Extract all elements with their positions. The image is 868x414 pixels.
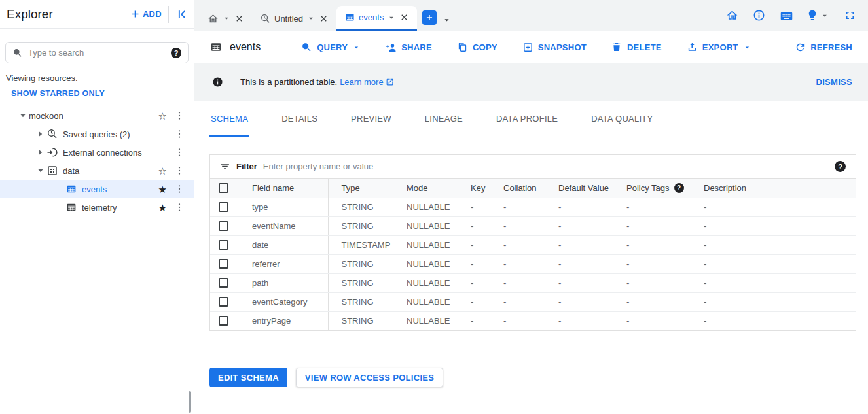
more-menu-icon[interactable] bbox=[174, 128, 185, 140]
row-checkbox[interactable] bbox=[219, 240, 228, 250]
row-checkbox[interactable] bbox=[219, 259, 228, 269]
more-menu-icon[interactable] bbox=[174, 183, 185, 195]
caret-down-icon[interactable] bbox=[222, 14, 231, 23]
new-tab-button[interactable] bbox=[422, 10, 437, 25]
cell-collation: - bbox=[503, 292, 558, 311]
caret-down-icon bbox=[743, 43, 751, 52]
column-header-description: Description bbox=[704, 179, 856, 198]
explorer-header: Explorer ADD bbox=[0, 0, 194, 29]
tab-events[interactable]: events bbox=[336, 6, 417, 31]
tree-item-saved-queries[interactable]: Saved queries (2) bbox=[0, 125, 194, 143]
add-button[interactable]: ADD bbox=[130, 9, 162, 20]
show-starred-only-link[interactable]: SHOW STARRED ONLY bbox=[11, 89, 194, 98]
cell-default-value: - bbox=[558, 235, 626, 254]
close-icon[interactable] bbox=[234, 14, 244, 24]
more-menu-icon[interactable] bbox=[174, 147, 185, 158]
tab-home[interactable] bbox=[200, 6, 252, 31]
tab-data-quality[interactable]: DATA QUALITY bbox=[590, 101, 654, 137]
schema-panel: Filter Field name Type Mode Key Collatio… bbox=[194, 137, 868, 414]
close-icon[interactable] bbox=[319, 14, 329, 24]
tab-lineage[interactable]: LINEAGE bbox=[424, 101, 464, 137]
edit-schema-button[interactable]: EDIT SCHEMA bbox=[209, 368, 287, 387]
expander-down-icon[interactable] bbox=[17, 110, 29, 122]
cell-default-value: - bbox=[558, 254, 626, 273]
cell-mode: NULLABLE bbox=[407, 311, 471, 330]
collapse-panel-icon[interactable] bbox=[175, 8, 189, 21]
row-checkbox[interactable] bbox=[219, 221, 228, 231]
resource-toolbar: events QUERY SHARE COPY SNAPSHOT bbox=[194, 31, 868, 63]
schema-table-container: Filter Field name Type Mode Key Collatio… bbox=[209, 154, 856, 331]
tab-untitled[interactable]: Untitled bbox=[252, 6, 336, 31]
cell-mode: NULLABLE bbox=[407, 198, 471, 216]
close-icon[interactable] bbox=[399, 12, 409, 22]
cell-field-name: eventCategory bbox=[236, 292, 328, 311]
cell-field-name: entryPage bbox=[236, 311, 328, 330]
expander-right-icon[interactable] bbox=[35, 147, 46, 158]
tree-item-mockoon[interactable]: mockoon ☆ bbox=[0, 107, 194, 125]
resource-tree: mockoon ☆ Saved queries (2) External con… bbox=[0, 107, 194, 216]
fullscreen-icon[interactable] bbox=[844, 9, 856, 22]
select-all-checkbox[interactable] bbox=[219, 183, 228, 193]
tab-data-profile[interactable]: DATA PROFILE bbox=[495, 101, 559, 137]
search-help-icon[interactable] bbox=[171, 48, 181, 58]
delete-button[interactable]: DELETE bbox=[611, 42, 662, 53]
header-divider bbox=[168, 6, 169, 23]
tree-item-data[interactable]: data ☆ bbox=[0, 162, 194, 180]
tab-label: Untitled bbox=[274, 14, 303, 24]
filter-input[interactable] bbox=[263, 162, 829, 171]
snapshot-button[interactable]: SNAPSHOT bbox=[522, 42, 587, 53]
caret-down-icon[interactable] bbox=[387, 13, 396, 22]
expander-down-icon[interactable] bbox=[35, 165, 46, 177]
cell-mode: NULLABLE bbox=[407, 254, 471, 273]
delete-button-label: DELETE bbox=[627, 43, 662, 52]
toolbar-actions: QUERY SHARE COPY SNAPSHOT DELETE EXP bbox=[301, 42, 751, 53]
share-button[interactable]: SHARE bbox=[386, 42, 432, 53]
keyboard-icon[interactable] bbox=[780, 9, 792, 22]
filter-help-icon[interactable] bbox=[835, 161, 846, 172]
view-row-access-policies-button[interactable]: VIEW ROW ACCESS POLICIES bbox=[296, 368, 443, 387]
star-filled-icon[interactable]: ★ bbox=[158, 203, 167, 213]
search-box[interactable] bbox=[5, 42, 189, 63]
policy-tags-help-icon[interactable] bbox=[674, 183, 684, 193]
tab-details[interactable]: DETAILS bbox=[280, 101, 319, 137]
row-checkbox[interactable] bbox=[219, 316, 228, 326]
row-checkbox[interactable] bbox=[219, 202, 228, 212]
filter-label: Filter bbox=[236, 162, 257, 171]
tab-preview[interactable]: PREVIEW bbox=[350, 101, 393, 137]
star-icon[interactable]: ☆ bbox=[158, 111, 167, 121]
home-icon[interactable] bbox=[726, 9, 738, 22]
tree-item-external-connections[interactable]: External connections bbox=[0, 143, 194, 162]
expander-right-icon[interactable] bbox=[35, 128, 46, 140]
tree-item-events[interactable]: events ★ bbox=[0, 180, 194, 198]
refresh-button[interactable]: REFRESH bbox=[795, 42, 852, 53]
star-filled-icon[interactable]: ★ bbox=[158, 184, 167, 194]
more-menu-icon[interactable] bbox=[174, 201, 185, 213]
tab-schema[interactable]: SCHEMA bbox=[209, 101, 249, 137]
dismiss-button[interactable]: DISMISS bbox=[816, 77, 852, 87]
assistant-menu[interactable] bbox=[806, 9, 829, 22]
info-icon[interactable] bbox=[753, 9, 765, 22]
tab-strip-right-icons bbox=[726, 0, 868, 31]
search-input[interactable] bbox=[28, 48, 166, 58]
schema-actions: EDIT SCHEMA VIEW ROW ACCESS POLICIES bbox=[209, 368, 868, 387]
tab-list-caret-icon[interactable] bbox=[442, 15, 452, 25]
query-button[interactable]: QUERY bbox=[301, 42, 361, 53]
learn-more-link[interactable]: Learn more bbox=[340, 77, 383, 87]
cell-field-name: eventName bbox=[236, 216, 328, 235]
cell-policy-tags: - bbox=[626, 254, 704, 273]
cell-type: STRING bbox=[328, 292, 407, 311]
column-header-field-name: Field name bbox=[236, 179, 328, 198]
sidebar-scrollbar[interactable] bbox=[189, 391, 191, 413]
explorer-title: Explorer bbox=[7, 7, 130, 22]
cell-description: - bbox=[704, 254, 856, 273]
export-button[interactable]: EXPORT bbox=[687, 42, 751, 53]
caret-down-icon[interactable] bbox=[306, 14, 316, 23]
more-menu-icon[interactable] bbox=[174, 110, 185, 122]
row-checkbox[interactable] bbox=[219, 278, 228, 288]
more-menu-icon[interactable] bbox=[174, 165, 185, 177]
star-icon[interactable]: ☆ bbox=[158, 166, 167, 176]
tree-item-telemetry[interactable]: telemetry ★ bbox=[0, 198, 194, 216]
row-checkbox[interactable] bbox=[219, 297, 228, 307]
copy-button[interactable]: COPY bbox=[457, 42, 497, 53]
external-link-icon[interactable] bbox=[386, 78, 394, 86]
